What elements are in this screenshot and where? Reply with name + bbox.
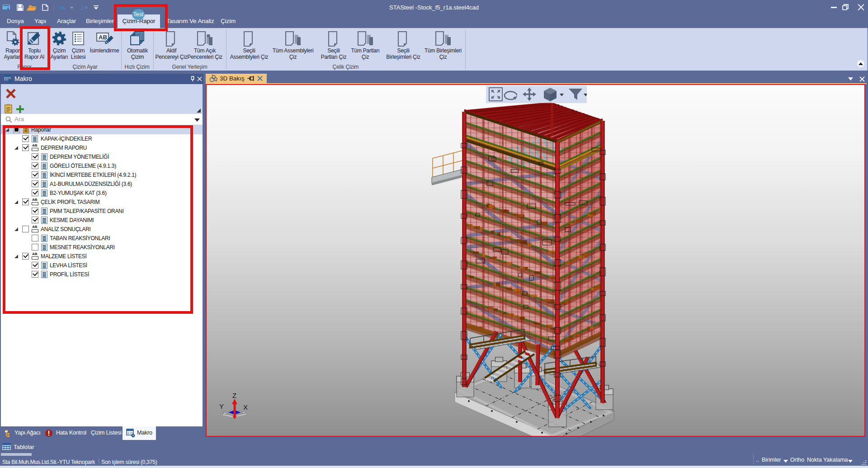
svg-text:AB: AB [99, 34, 107, 41]
svg-text:Y: Y [219, 402, 224, 410]
svg-text:Z: Z [232, 393, 236, 399]
svg-text:X: X [243, 403, 248, 411]
